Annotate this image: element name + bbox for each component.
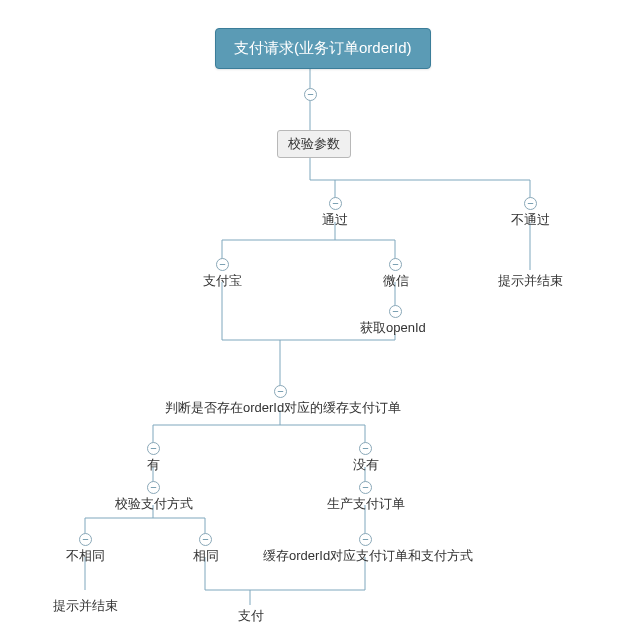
node-create-order[interactable]: 生产支付订单 — [327, 495, 405, 513]
node-label: 支付宝 — [203, 273, 242, 288]
collapse-icon[interactable] — [359, 533, 372, 546]
node-pay[interactable]: 支付 — [238, 607, 264, 625]
node-not-has[interactable]: 没有 — [353, 456, 379, 474]
node-label: 提示并结束 — [498, 273, 563, 288]
node-hint-end-2[interactable]: 提示并结束 — [53, 597, 118, 615]
collapse-icon[interactable] — [199, 533, 212, 546]
collapse-icon[interactable] — [79, 533, 92, 546]
node-label: 通过 — [322, 212, 348, 227]
node-fail[interactable]: 不通过 — [511, 211, 550, 229]
collapse-icon[interactable] — [147, 481, 160, 494]
node-validate-params[interactable]: 校验参数 — [277, 130, 351, 158]
collapse-icon[interactable] — [216, 258, 229, 271]
node-wechat[interactable]: 微信 — [383, 272, 409, 290]
collapse-icon[interactable] — [359, 481, 372, 494]
node-same[interactable]: 相同 — [193, 547, 219, 565]
node-get-openid[interactable]: 获取openId — [360, 319, 426, 337]
node-label: 没有 — [353, 457, 379, 472]
node-validate-paytype[interactable]: 校验支付方式 — [115, 495, 193, 513]
collapse-icon[interactable] — [389, 305, 402, 318]
node-label: 生产支付订单 — [327, 496, 405, 511]
node-cache-order[interactable]: 缓存orderId对应支付订单和支付方式 — [263, 547, 473, 565]
node-has[interactable]: 有 — [147, 456, 160, 474]
collapse-icon[interactable] — [359, 442, 372, 455]
collapse-icon[interactable] — [147, 442, 160, 455]
root-label: 支付请求(业务订单orderId) — [234, 39, 412, 56]
node-label: 校验支付方式 — [115, 496, 193, 511]
collapse-icon[interactable] — [524, 197, 537, 210]
node-label: 相同 — [193, 548, 219, 563]
node-label: 缓存orderId对应支付订单和支付方式 — [263, 548, 473, 563]
node-label: 判断是否存在orderId对应的缓存支付订单 — [165, 400, 401, 415]
node-label: 提示并结束 — [53, 598, 118, 613]
collapse-icon[interactable] — [329, 197, 342, 210]
collapse-icon[interactable] — [304, 88, 317, 101]
node-label: 不通过 — [511, 212, 550, 227]
collapse-icon[interactable] — [389, 258, 402, 271]
node-not-same[interactable]: 不相同 — [66, 547, 105, 565]
node-label: 获取openId — [360, 320, 426, 335]
node-check-cache[interactable]: 判断是否存在orderId对应的缓存支付订单 — [165, 399, 401, 417]
node-alipay[interactable]: 支付宝 — [203, 272, 242, 290]
node-label: 校验参数 — [288, 136, 340, 151]
node-label: 有 — [147, 457, 160, 472]
root-node[interactable]: 支付请求(业务订单orderId) — [215, 28, 431, 69]
node-hint-end-1[interactable]: 提示并结束 — [498, 272, 563, 290]
node-label: 不相同 — [66, 548, 105, 563]
collapse-icon[interactable] — [274, 385, 287, 398]
node-label: 支付 — [238, 608, 264, 623]
node-pass[interactable]: 通过 — [322, 211, 348, 229]
node-label: 微信 — [383, 273, 409, 288]
